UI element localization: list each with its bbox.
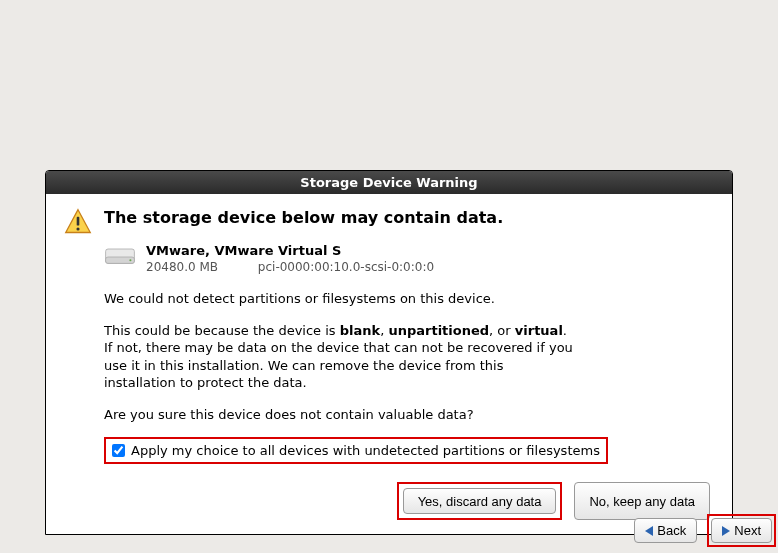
back-button[interactable]: Back: [634, 518, 697, 543]
yes-highlight: Yes, discard any data: [397, 482, 563, 520]
apply-all-checkbox[interactable]: [112, 444, 125, 457]
device-row: VMware, VMware Virtual S 20480.0 MB pci-…: [104, 243, 714, 274]
device-info: VMware, VMware Virtual S 20480.0 MB pci-…: [146, 243, 714, 274]
device-size: 20480.0 MB: [146, 260, 254, 274]
warning-icon: [64, 208, 92, 520]
svg-point-2: [76, 227, 79, 230]
device-name: VMware, VMware Virtual S: [146, 243, 714, 258]
dialog-heading: The storage device below may contain dat…: [104, 208, 714, 227]
arrow-left-icon: [645, 526, 653, 536]
storage-warning-dialog: Storage Device Warning The storage devic…: [45, 170, 733, 535]
device-meta: 20480.0 MB pci-0000:00:10.0-scsi-0:0:0:0: [146, 260, 714, 274]
device-path: pci-0000:00:10.0-scsi-0:0:0:0: [258, 260, 434, 274]
dialog-title: Storage Device Warning: [46, 171, 732, 194]
arrow-right-icon: [722, 526, 730, 536]
svg-rect-1: [77, 217, 80, 226]
nodetect-text: We could not detect partitions or filesy…: [104, 290, 574, 308]
disk-icon: [104, 245, 136, 269]
dialog-body: The storage device below may contain dat…: [46, 194, 732, 534]
svg-point-5: [129, 259, 131, 261]
wizard-nav: Back Next: [634, 514, 776, 547]
next-highlight: Next: [707, 514, 776, 547]
apply-all-label: Apply my choice to all devices with unde…: [131, 443, 600, 458]
apply-all-checkbox-row[interactable]: Apply my choice to all devices with unde…: [104, 437, 608, 464]
dialog-button-row: Yes, discard any data No, keep any data: [104, 482, 714, 520]
confirm-question: Are you sure this device does not contai…: [104, 406, 574, 424]
dialog-content: The storage device below may contain dat…: [104, 208, 714, 520]
yes-discard-button[interactable]: Yes, discard any data: [403, 488, 557, 514]
explain-text: This could be because the device is blan…: [104, 322, 574, 392]
next-button[interactable]: Next: [711, 518, 772, 543]
